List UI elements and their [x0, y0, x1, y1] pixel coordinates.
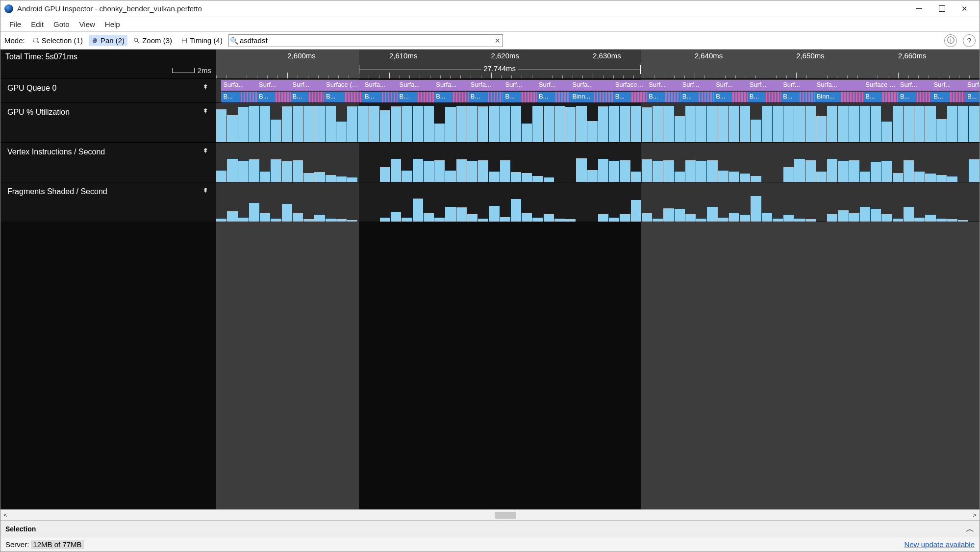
mode-pan-button[interactable]: Pan (2) — [89, 35, 127, 46]
queue-block-render[interactable] — [488, 92, 503, 102]
queue-block-surface[interactable]: Surf... — [257, 80, 291, 91]
queue-block-surface[interactable]: Surf... — [680, 80, 714, 91]
queue-block-surface[interactable]: Surfa... — [965, 80, 980, 91]
scroll-right-arrow[interactable]: > — [970, 511, 980, 519]
time-ruler[interactable]: 2,600ms2,610ms2,620ms2,630ms2,640ms2,650… — [216, 50, 980, 78]
queue-block-surface[interactable]: Surf... — [503, 80, 537, 91]
queue-block-render[interactable] — [594, 92, 613, 102]
queue-block-render[interactable] — [841, 92, 863, 102]
queue-block-surface[interactable]: Surfa... — [815, 80, 864, 91]
queue-block-surface[interactable]: Surface (10... — [613, 80, 647, 91]
queue-block-binning[interactable]: B... — [503, 92, 522, 102]
queue-block-binning[interactable]: B... — [324, 92, 345, 102]
search-input[interactable] — [240, 35, 503, 47]
menu-view[interactable]: View — [75, 18, 99, 30]
selection-panel-header[interactable]: Selection ︿ — [0, 520, 980, 537]
track-label-fragments[interactable]: Fragments Shaded / Second — [0, 182, 216, 222]
queue-block-binning[interactable]: B... — [898, 92, 917, 102]
queue-block-render[interactable] — [665, 92, 680, 102]
queue-block-binning[interactable]: B... — [863, 92, 882, 102]
queue-block-render[interactable] — [522, 92, 537, 102]
horizontal-scrollbar[interactable]: < > — [0, 509, 980, 520]
queue-block-render[interactable] — [800, 92, 815, 102]
queue-block-render[interactable] — [766, 92, 781, 102]
queue-block-render[interactable] — [732, 92, 748, 102]
scroll-left-arrow[interactable]: < — [0, 511, 10, 519]
scroll-thumb[interactable] — [495, 512, 516, 519]
queue-block-render[interactable] — [699, 92, 714, 102]
queue-block-render[interactable] — [950, 92, 965, 102]
queue-block-render[interactable] — [555, 92, 571, 102]
queue-block-surface[interactable]: Surfa... — [221, 80, 257, 91]
queue-block-binning[interactable]: Binn... — [570, 92, 594, 102]
queue-block-binning[interactable]: B... — [714, 92, 732, 102]
mode-timing-button[interactable]: Timing (4) — [178, 35, 226, 46]
queue-block-binning[interactable]: B... — [537, 92, 555, 102]
queue-block-binning[interactable]: B... — [931, 92, 950, 102]
queue-block-surface[interactable]: Surf... — [291, 80, 325, 91]
window-maximize-button[interactable] — [930, 1, 953, 16]
track-label-gpu-queue[interactable]: GPU Queue 0 — [0, 79, 216, 102]
queue-block-surface[interactable]: Surfa... — [363, 80, 398, 91]
queue-block-binning[interactable]: B... — [781, 92, 800, 102]
queue-block-surface[interactable]: Surf... — [537, 80, 571, 91]
queue-block-render[interactable] — [309, 92, 324, 102]
mode-selection-button[interactable]: Selection (1) — [30, 35, 86, 46]
queue-block-surface[interactable]: Surface (10... — [863, 80, 898, 91]
update-link[interactable]: New update available — [905, 540, 975, 549]
pin-icon[interactable] — [202, 187, 209, 196]
help-button[interactable]: ? — [963, 34, 976, 47]
queue-block-surface[interactable]: Surfa... — [570, 80, 613, 91]
queue-block-render[interactable] — [241, 92, 257, 102]
queue-block-binning[interactable]: B... — [291, 92, 309, 102]
queue-block-surface[interactable]: Surface (10... — [324, 80, 363, 91]
queue-block-binning[interactable]: B... — [748, 92, 766, 102]
pin-icon[interactable] — [202, 148, 209, 156]
queue-block-surface[interactable]: Surf... — [931, 80, 965, 91]
queue-block-surface[interactable]: Surf... — [748, 80, 781, 91]
queue-block-render[interactable] — [382, 92, 398, 102]
track-label-vertex[interactable]: Vertex Instructions / Second — [0, 143, 216, 182]
gpu-queue-body[interactable]: Surfa...Surf...Surf...Surface (10...Surf… — [216, 79, 980, 102]
queue-block-binning[interactable]: B... — [469, 92, 488, 102]
queue-block-render[interactable] — [631, 92, 647, 102]
queue-block-render[interactable] — [917, 92, 932, 102]
search-clear-button[interactable]: ✕ — [495, 37, 501, 45]
queue-block-render[interactable] — [453, 92, 469, 102]
track-label-gpu-util[interactable]: GPU % Utilization — [0, 103, 216, 142]
queue-block-render[interactable] — [882, 92, 898, 102]
queue-block-binning[interactable]: B... — [221, 92, 241, 102]
queue-block-binning[interactable]: B... — [434, 92, 453, 102]
vertex-chart[interactable] — [216, 143, 980, 182]
queue-block-surface[interactable]: Surf... — [714, 80, 748, 91]
info-button[interactable]: ⓘ — [944, 34, 957, 47]
empty-area[interactable] — [0, 222, 980, 509]
queue-block-binning[interactable]: B... — [398, 92, 418, 102]
queue-block-render[interactable] — [345, 92, 362, 102]
gpu-util-chart[interactable] — [216, 103, 980, 142]
queue-block-binning[interactable]: B... — [647, 92, 665, 102]
mode-zoom-button[interactable]: Zoom (3) — [130, 35, 175, 46]
queue-block-render[interactable] — [418, 92, 434, 102]
queue-block-binning[interactable]: B... — [613, 92, 632, 102]
queue-block-surface[interactable]: Surfa... — [434, 80, 469, 91]
queue-block-binning[interactable]: Binn... — [815, 92, 841, 102]
queue-block-binning[interactable]: B... — [680, 92, 699, 102]
fragments-chart[interactable] — [216, 182, 980, 222]
pin-icon[interactable] — [202, 84, 209, 93]
menu-edit[interactable]: Edit — [27, 18, 48, 30]
menu-help[interactable]: Help — [101, 18, 124, 30]
window-close-button[interactable] — [953, 1, 976, 16]
queue-block-binning[interactable]: B... — [257, 92, 276, 102]
queue-block-surface[interactable]: Surf... — [647, 80, 680, 91]
queue-block-surface[interactable]: Surfa... — [398, 80, 434, 91]
window-minimize-button[interactable] — [908, 1, 930, 16]
queue-block-binning[interactable]: B... — [363, 92, 382, 102]
menu-file[interactable]: File — [5, 18, 25, 30]
queue-block-surface[interactable]: Surfa... — [469, 80, 503, 91]
menu-goto[interactable]: Goto — [50, 18, 74, 30]
queue-block-surface[interactable]: Surf... — [781, 80, 815, 91]
queue-block-surface[interactable]: Surf... — [898, 80, 932, 91]
queue-block-render[interactable] — [276, 92, 291, 102]
pin-icon[interactable] — [202, 108, 209, 117]
